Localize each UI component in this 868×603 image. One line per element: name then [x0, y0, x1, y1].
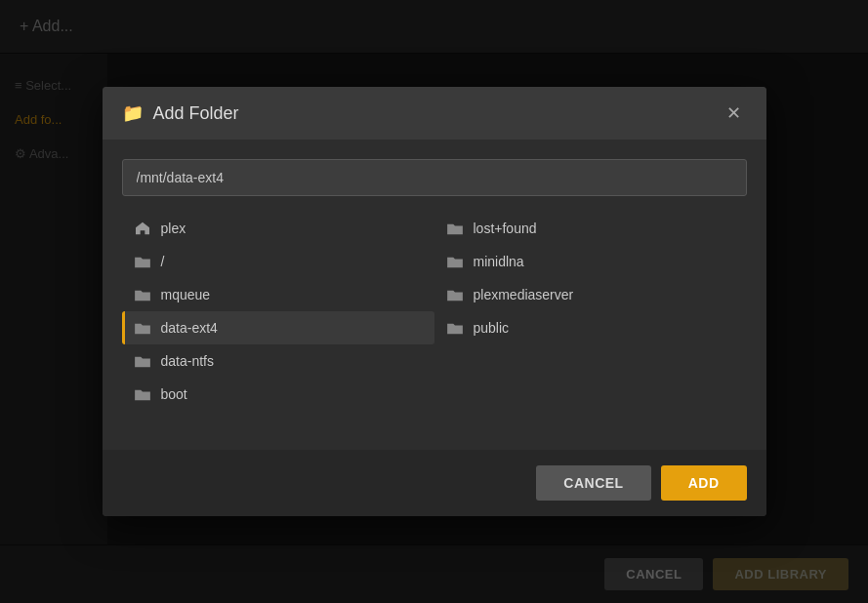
path-input[interactable] — [122, 159, 747, 196]
folder-name-boot: boot — [161, 386, 187, 402]
folder-item-boot[interactable]: boot — [122, 378, 434, 411]
folder-name-data-ntfs: data-ntfs — [161, 353, 214, 369]
folder-icon: 📁 — [122, 102, 144, 124]
dialog-title: Add Folder — [153, 103, 239, 124]
dialog-overlay: 📁 Add Folder ✕ plex — [0, 0, 868, 603]
folder-icon-public — [446, 321, 464, 335]
folder-grid: plex / mqueue — [122, 212, 747, 411]
dialog-title-group: 📁 Add Folder — [122, 102, 239, 124]
folder-item-plex[interactable]: plex — [122, 212, 434, 245]
folder-item-root[interactable]: / — [122, 245, 434, 278]
dialog-footer: CANCEL ADD — [103, 450, 766, 516]
folder-icon-mqueue — [134, 288, 151, 302]
folder-icon-data-ext4 — [134, 321, 151, 335]
folder-name-data-ext4: data-ext4 — [161, 320, 218, 336]
add-folder-dialog: 📁 Add Folder ✕ plex — [103, 87, 766, 516]
home-icon — [134, 221, 151, 235]
folder-name-lost-found: lost+found — [474, 221, 537, 236]
folder-item-minidlna[interactable]: minidlna — [434, 245, 747, 278]
folder-column-right: lost+found minidlna plexmediaserver — [434, 212, 747, 411]
folder-icon-root — [134, 255, 151, 268]
folder-icon-lost-found — [446, 221, 464, 235]
folder-icon-plexmediaserver — [446, 288, 464, 302]
folder-name-root: / — [161, 254, 165, 269]
folder-icon-minidlna — [446, 255, 464, 268]
folder-name-mqueue: mqueue — [161, 287, 211, 302]
folder-item-public[interactable]: public — [434, 311, 747, 344]
folder-item-data-ext4[interactable]: data-ext4 — [122, 311, 434, 344]
folder-item-plexmediaserver[interactable]: plexmediaserver — [434, 278, 747, 311]
dialog-header: 📁 Add Folder ✕ — [103, 87, 766, 140]
folder-name-plex: plex — [161, 221, 186, 236]
folder-item-data-ntfs[interactable]: data-ntfs — [122, 344, 434, 378]
folder-icon-data-ntfs — [134, 354, 151, 368]
dialog-body: plex / mqueue — [103, 140, 766, 430]
folder-name-public: public — [474, 320, 510, 336]
folder-item-lost-found[interactable]: lost+found — [434, 212, 747, 245]
folder-name-minidlna: minidlna — [474, 254, 524, 269]
folder-item-mqueue[interactable]: mqueue — [122, 278, 434, 311]
folder-icon-boot — [134, 387, 151, 401]
dialog-close-button[interactable]: ✕ — [721, 102, 747, 124]
folder-name-plexmediaserver: plexmediaserver — [474, 287, 574, 302]
folder-column-left: plex / mqueue — [122, 212, 434, 411]
add-button[interactable]: ADD — [661, 465, 747, 501]
cancel-button[interactable]: CANCEL — [536, 465, 650, 501]
